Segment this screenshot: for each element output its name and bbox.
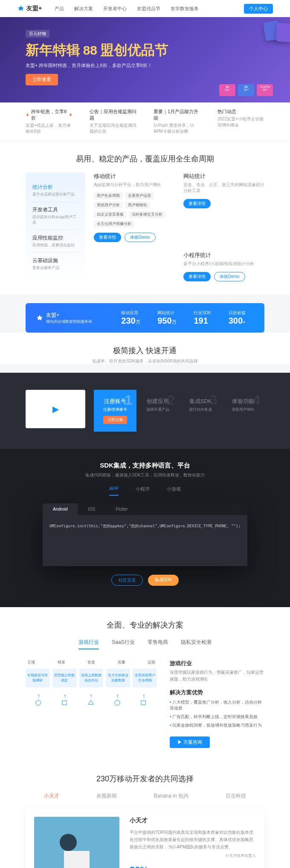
- flow-label: 运营: [148, 660, 155, 665]
- user-center-button[interactable]: 个人中心: [244, 4, 273, 14]
- notice-sub: 友盟+优品上新，首月体验价8折: [26, 123, 72, 134]
- sol-tab-game[interactable]: 游戏行业: [78, 639, 99, 649]
- step-experience[interactable]: 4 体验功能 洞察用户增长: [222, 390, 264, 432]
- consult-button[interactable]: ▶ 方案咨询: [170, 736, 210, 748]
- section-title: 230万移动开发者的共同选择: [26, 774, 264, 784]
- price-cards: ¥879.* ¥879.* U-APM79.*: [219, 84, 273, 96]
- flow-box: 全面游戏用户生命周期: [133, 669, 157, 687]
- cust-logo-xtc[interactable]: 小天才: [44, 792, 59, 800]
- demo-button[interactable]: 体验Demo: [214, 272, 245, 281]
- hero-title-pre: 新年特辑: [26, 42, 80, 58]
- sdk-tab-app[interactable]: APP: [109, 486, 119, 496]
- step-number: 4: [252, 392, 260, 408]
- tag: 系统用户分析: [94, 202, 123, 209]
- step-sdk[interactable]: 3 集成SDK 进行SDK集成: [179, 390, 222, 432]
- nav-product[interactable]: 产品: [55, 6, 64, 12]
- product-card-mobile: 移动统计 App监测与分析平台，助力用户增长 用户生命周期 全景用户运营 系统用…: [94, 172, 175, 243]
- stat-number: 191: [194, 316, 208, 325]
- community-button[interactable]: 社区交流: [111, 575, 143, 586]
- step-number: 1: [125, 392, 132, 408]
- stat-unit: 万: [172, 319, 177, 324]
- quickstart-section: 极简接入 快速开通 低成本、轻开发的SDK服务，从初创到500强的共同选择: [0, 333, 290, 364]
- svg-rect-1: [62, 701, 67, 705]
- sol-tab-retail[interactable]: 零售电商: [148, 639, 168, 649]
- notice-item[interactable]: 重要｜1月产品能力升级 U-Push 通道共享，U-APM卡顿分析诊断: [154, 108, 200, 134]
- stat-item: 移动应用230万: [121, 310, 140, 326]
- nav-solution[interactable]: 解决方案: [74, 6, 93, 12]
- cust-logo-banana[interactable]: Banana in 焦内: [154, 792, 188, 800]
- customer-name: 小天才: [130, 817, 256, 824]
- integrate-button[interactable]: 集成SDK: [148, 575, 179, 586]
- solution-section: 全面、专业的解决方案 游戏行业 SaaS行业 零售电商 隐私安全检测 立项 研发…: [0, 607, 290, 761]
- sidebar-item-analytics[interactable]: 统计分析 基于全流程运营分析产品: [32, 179, 78, 202]
- hero-title: 新年特辑 88 盟创优品节: [26, 41, 264, 60]
- sol-tab-saas[interactable]: SaaS行业: [112, 639, 134, 649]
- sidebar-sub: 提供提效分析&App用户工具: [32, 214, 78, 225]
- stat-label: 行业SDK: [194, 310, 211, 316]
- code-tab-ios[interactable]: iOS: [78, 503, 105, 515]
- sdk-tab-game[interactable]: 小游戏: [167, 486, 181, 496]
- hero-title-post: 盟创优品节: [100, 42, 168, 58]
- stat-label: 网站统计: [157, 310, 176, 316]
- card-title: 移动统计: [94, 172, 175, 180]
- code-tab-flutter[interactable]: Flutter: [105, 503, 138, 515]
- arrow-up-icon: [140, 693, 148, 704]
- step-create[interactable]: 2 创建应用 选择开通产品: [136, 390, 179, 432]
- stats-logo: 友盟+ 领先的全域数据智能服务商: [36, 312, 113, 324]
- solution-text: 游戏行业 深度挖掘玩家游戏行为，突破买量推广，玩家运营难题，助力游戏增长 解决方…: [170, 660, 264, 748]
- product-card-web: 网站统计 安全、专业、公正、第三方的网站流量统计分析工具 查看详情: [183, 172, 264, 243]
- hero-badge: 百元好物: [26, 30, 49, 38]
- code-content: UMConfigure.init(this,"您的appkey","您的chan…: [43, 515, 247, 566]
- demo-video[interactable]: [26, 390, 85, 428]
- nav-service[interactable]: 友学数智服务: [171, 6, 199, 12]
- sidebar-item-apm[interactable]: 应用性能监控 应用性能，质量优化监控: [32, 230, 78, 253]
- sidebar-sub: 更多云服务产品: [32, 265, 78, 271]
- sidebar-item-devtools[interactable]: 开发者工具 提供提效分析&App用户工具: [32, 202, 78, 230]
- logo-icon: [17, 5, 25, 12]
- nav-fest[interactable]: 友盟优品节: [137, 6, 160, 12]
- fire-icon: [26, 113, 29, 117]
- demo-button[interactable]: 体验Demo: [125, 233, 156, 242]
- logo[interactable]: 友盟+: [17, 5, 42, 12]
- nav-dev[interactable]: 开发者中心: [103, 6, 127, 12]
- products-section: 易用、稳定的产品，覆盖应用全生命周期 统计分析 基于全流程运营分析产品 开发者工…: [0, 141, 290, 295]
- arrow-up-icon: [87, 693, 95, 704]
- card-sub: 多平台小程序/小游戏/快应用统计分析: [183, 261, 264, 267]
- section-title: 全面、专业的解决方案: [26, 620, 264, 630]
- cust-logo-cctv[interactable]: 央视新闻: [96, 792, 117, 800]
- notice-title: 跨年钜惠，立享8折: [31, 108, 67, 121]
- code-tab-android[interactable]: Android: [43, 503, 78, 515]
- logo-icon: [36, 314, 44, 322]
- sidebar-item-cloud[interactable]: 云基础设施 更多云服务产品: [32, 253, 78, 275]
- hero-cta-button[interactable]: 立即查看: [26, 74, 58, 85]
- stat-label: 日折标签: [229, 310, 246, 316]
- stat-item: 网站统计950万: [157, 310, 176, 326]
- step-number: 2: [167, 392, 175, 408]
- notice-item[interactable]: 热门动态 2022友盟+小程序企业微信增长峰会: [218, 108, 264, 134]
- section-subtitle: 低成本、轻开发的SDK服务，从初创到500强的共同选择: [26, 358, 264, 364]
- sdk-tab-mini[interactable]: 小程序: [136, 486, 150, 496]
- stat-number: 230: [121, 316, 135, 325]
- flow-label: 研发: [58, 660, 65, 665]
- tag: 用户生命周期: [94, 192, 123, 199]
- svg-point-0: [36, 700, 41, 705]
- detail-button[interactable]: 查看详情: [183, 272, 211, 281]
- detail-button[interactable]: 查看详情: [183, 199, 211, 208]
- step-register[interactable]: 1 注册账号 注册/登录账号 立即注册: [94, 390, 136, 432]
- sol-heading: 游戏行业: [170, 660, 264, 667]
- notice-sub: 关于近期应用合规监测问题的公告: [90, 123, 136, 134]
- customer-desc: 平台中提供的TOP问题列表真实呈现和版本质量对比功能在版本优化过程中和优化后效果…: [130, 829, 256, 850]
- notice-item[interactable]: 公告｜应用合规监测问题 关于近期应用合规监测问题的公告: [90, 108, 136, 134]
- customer-logos: 小天才 央视新闻 Banana in 焦内 百念科技: [26, 792, 264, 800]
- notice-item[interactable]: 跨年钜惠，立享8折 友盟+优品上新，首月体验价8折: [26, 108, 72, 134]
- sdk-section: SDK集成，支持多种语言、平台 集成代码模板，极速接入SDK工具，应用快速释放，…: [0, 449, 290, 607]
- sol-tab-privacy[interactable]: 隐私安全检测: [181, 639, 212, 649]
- detail-button[interactable]: 查看详情: [94, 233, 121, 242]
- arrow-up-icon: [61, 693, 69, 704]
- svg-point-2: [115, 700, 120, 705]
- flow-label: 立项: [27, 660, 35, 665]
- sol-point: 八大模型，覆盖推广分析，收入分析，活动分析等场景: [170, 698, 264, 713]
- product-sidebar: 统计分析 基于全流程运营分析产品 开发者工具 提供提效分析&App用户工具 应用…: [26, 172, 85, 282]
- cust-logo-bn[interactable]: 百念科技: [226, 792, 246, 800]
- register-button[interactable]: 立即注册: [103, 416, 127, 424]
